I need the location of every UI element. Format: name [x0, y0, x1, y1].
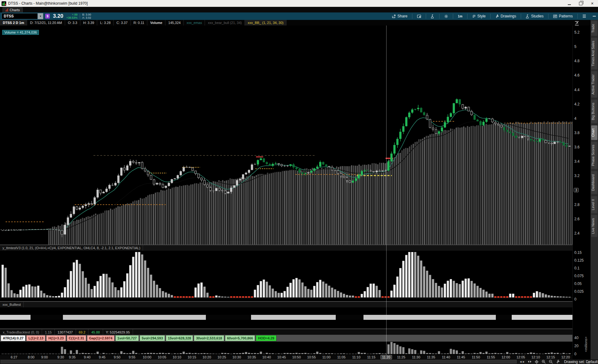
- sidebar-tab-level-ii[interactable]: Level II: [591, 196, 597, 213]
- stat-chip: H(1)=3.23: [46, 335, 66, 341]
- stats-chip-row: ATR(14):0.27L(1)=2.13H(1)=3.23C(1)=2.31G…: [0, 335, 572, 342]
- ttm-histogram-canvas[interactable]: [0, 251, 572, 298]
- ttm-study-label[interactable]: y_ttmtestV3 (1.0, 21, (O+H+L+C)/4, EXPON…: [0, 245, 143, 251]
- chart-menu-button[interactable]: [580, 15, 589, 18]
- ttm-tick-label: 0.025: [574, 289, 584, 294]
- scroll-left-button[interactable]: ◂: [520, 360, 522, 364]
- sidebar-tab-active-trader[interactable]: Active Trader: [591, 71, 597, 98]
- backtest-readout-cell: 13077437: [55, 329, 76, 335]
- ohlc-cell: 145,324: [165, 20, 184, 26]
- study-toggle-chip[interactable]: xxx_bear_bull (21, 34): [205, 20, 245, 26]
- quick-study-button[interactable]: [428, 14, 437, 18]
- drawing-set-status[interactable]: Drawing set: Default: [564, 360, 598, 364]
- price-tick-label: 3.6: [574, 145, 580, 149]
- symbol-input[interactable]: DTSS: [2, 13, 38, 19]
- price-change-percent: +38.53%: [66, 16, 78, 19]
- charts-tab-label: Charts: [10, 8, 20, 12]
- ohlc-cell: C: 3.37: [114, 20, 131, 26]
- zoom-out-button[interactable]: [549, 360, 553, 364]
- ask-value: A: 3.02: [82, 16, 91, 19]
- ttm-tick-label: 0.075: [574, 274, 584, 278]
- volume-tick-label: 20: [574, 344, 578, 348]
- volume-tick-label: 40: [574, 336, 578, 340]
- minimize-button[interactable]: [563, 0, 575, 7]
- zoom-in-button[interactable]: [542, 360, 546, 364]
- status-bar: ◂ ▸ Drawing set: Default: [0, 359, 598, 364]
- bulltest-label[interactable]: xxx_Bulltest: [0, 302, 24, 307]
- ohlc-cell: L: 3.28: [97, 20, 114, 26]
- time-axis: 6:278:009:009:309:359:409:459:509:5510:0…: [0, 355, 572, 359]
- close-button[interactable]: ✕: [586, 0, 598, 7]
- chart-header-row: DTSS 2 D 1mD: 7/12/21, 11:20 AMO: 3.3H: …: [0, 20, 598, 26]
- patterns-button[interactable]: Patterns: [551, 14, 575, 18]
- ttm-tick-label: 0.1: [574, 266, 580, 270]
- style-icon: [472, 14, 476, 18]
- tab-charts[interactable]: Charts: [2, 7, 23, 12]
- time-label: 9:45: [99, 355, 105, 359]
- study-toggle-chip[interactable]: xxx_emas: [184, 20, 205, 26]
- sidebar-collapse-button[interactable]: [591, 12, 598, 20]
- restore-button[interactable]: [575, 0, 586, 7]
- share-button[interactable]: Share: [389, 14, 410, 18]
- bulltest-label-bar: xxx_Bulltest: [0, 301, 572, 307]
- backtest-readout-cell: 1.15: [42, 329, 55, 335]
- auto-fit-icon[interactable]: [575, 21, 579, 27]
- ohlc-cell: O: 3.3: [65, 20, 80, 26]
- time-label: 10:40: [262, 355, 271, 359]
- resize-grip[interactable]: [587, 361, 590, 363]
- gear-icon: [444, 14, 448, 18]
- flask-icon: [431, 14, 434, 18]
- link-group-badge[interactable]: 9: [45, 14, 50, 19]
- price-tick-label: 4.4: [574, 88, 580, 92]
- last-price: 3.20: [53, 13, 63, 19]
- stat-chip: ATR(14):0.27: [1, 335, 26, 341]
- hand-tool-button[interactable]: [556, 360, 560, 364]
- stat-chip: C(1)=2.31: [67, 335, 86, 341]
- drawings-button[interactable]: Drawings: [493, 14, 519, 18]
- price-axis-column[interactable]: <millions> 5.254.84.64.44.243.83.63.43.2…: [572, 26, 591, 356]
- horizontal-scrollbar[interactable]: [1, 360, 517, 363]
- ttm-tick-label: 0.125: [574, 258, 584, 263]
- sidebar-tab-chart[interactable]: Chart: [591, 125, 597, 140]
- symbol-dropdown-button[interactable]: ▼: [38, 13, 43, 19]
- main-chart-canvas[interactable]: [0, 26, 572, 245]
- double-arrow-icon: [528, 360, 532, 363]
- studies-button[interactable]: Studies: [523, 14, 546, 18]
- sidebar-tab-phase-scores[interactable]: Phase Scores: [591, 142, 597, 169]
- backtest-readout-cell: x_TradesBacktest (0, 0): [0, 329, 42, 335]
- interval-button[interactable]: 1m: [455, 15, 465, 18]
- sidebar-tab-trade[interactable]: Trade: [591, 21, 597, 36]
- time-label: 10:05: [158, 355, 166, 359]
- style-button[interactable]: Style: [470, 14, 488, 18]
- volume-panel-canvas[interactable]: [0, 342, 572, 355]
- study-toggle-chip[interactable]: xxx_BB_ (1, 21, 34, 30): [245, 20, 287, 26]
- price-tick-label: 5.2: [574, 30, 580, 35]
- crosshair-vertical-line: [386, 26, 387, 355]
- pan-mode-button[interactable]: [528, 360, 532, 363]
- time-label: 10:45: [277, 355, 286, 359]
- time-label: 11:55: [487, 355, 495, 359]
- backtest-readout-cell: 69.2: [76, 329, 88, 335]
- crosshair-mode-button[interactable]: [535, 360, 539, 364]
- sidebar-tab-dashboard[interactable]: Dashboard: [591, 171, 597, 194]
- bulltest-band-canvas[interactable]: [0, 307, 572, 329]
- price-tick-label: 4.2: [574, 102, 580, 106]
- calendar-icon: [417, 14, 421, 18]
- sidebar-tab-big-buttons[interactable]: Big Buttons: [591, 100, 597, 123]
- ohlc-cell: Volume: [147, 20, 165, 26]
- sidebar-tab-live-news[interactable]: Live News: [591, 215, 597, 237]
- quote-bar: DTSS ▼ 9 3.20 +.89 +38.53% B: 3.00 A: 3.…: [0, 12, 598, 20]
- time-label: 10:50: [292, 355, 301, 359]
- settings-button[interactable]: [442, 14, 451, 18]
- stat-chip: Gap(1)=2.5974: [87, 335, 115, 341]
- calendar-button[interactable]: [415, 14, 424, 18]
- sidebar-tab-times-and-sales[interactable]: Times And Sales: [591, 38, 597, 69]
- patterns-icon: [553, 14, 557, 18]
- time-label: 11:45: [457, 355, 465, 359]
- zoom-out-icon: [549, 360, 553, 364]
- time-label: 10:55: [307, 355, 316, 359]
- scroll-right-button[interactable]: ▸: [523, 360, 525, 364]
- time-label: 12:15: [546, 355, 555, 359]
- ttm-tick-label: 0.15: [574, 250, 581, 255]
- ohlc-cell: D: 7/12/21, 11:20 AM: [27, 20, 65, 26]
